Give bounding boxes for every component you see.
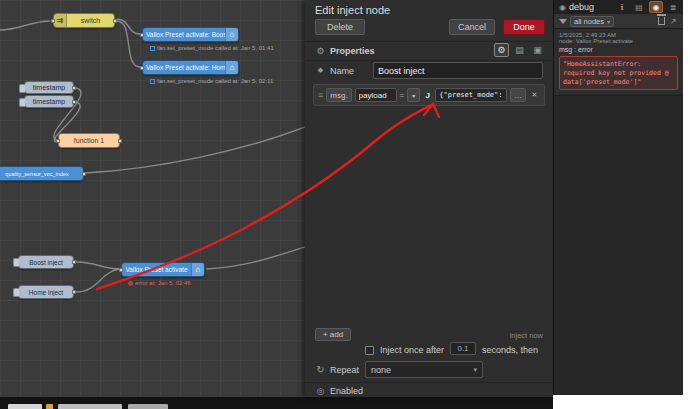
node-port bbox=[118, 139, 122, 143]
info-tab-icon[interactable]: ℹ bbox=[615, 1, 629, 13]
home-assistant-icon: ⌂ bbox=[225, 28, 238, 41]
inject-delay-input[interactable] bbox=[450, 342, 476, 355]
done-button[interactable]: Done bbox=[503, 19, 545, 35]
name-label: Name bbox=[330, 66, 354, 76]
properties-tab-icon[interactable]: ⚙ bbox=[494, 43, 509, 57]
status-dot-icon bbox=[150, 46, 155, 51]
debug-sidebar: ◉ debug ℹ ▤ ◉ ≣ all nodes ▾ ↗ 1/5/2025, … bbox=[553, 0, 683, 395]
cutoff-text-fragment bbox=[46, 404, 53, 409]
cutoff-text-fragment bbox=[8, 404, 42, 409]
panel-title: Edit inject node bbox=[315, 4, 390, 16]
node-preset-activate[interactable]: Vallox Preset activate ⌂ bbox=[121, 262, 205, 277]
debug-filter-bar: all nodes ▾ ↗ bbox=[554, 14, 683, 29]
node-filter-dropdown[interactable]: all nodes ▾ bbox=[570, 16, 614, 27]
bug-icon: ◉ bbox=[559, 1, 566, 13]
debug-message[interactable]: 1/5/2025, 2:49:23 AM node: Vallox Preset… bbox=[554, 29, 683, 96]
msg-payload-row[interactable]: ≡ msg. = ▾ J … ✕ bbox=[313, 84, 545, 106]
repeat-icon: ↻ bbox=[313, 362, 328, 376]
switch-icon: ⇉ bbox=[54, 14, 67, 27]
inject-button[interactable] bbox=[13, 288, 19, 297]
node-port bbox=[51, 19, 55, 23]
chevron-down-icon: ▾ bbox=[473, 366, 477, 374]
flow-canvas[interactable]: ⇉ switch Vallox Preset activate: Boost ⌂… bbox=[0, 0, 305, 397]
node-port bbox=[72, 86, 76, 90]
inject-button[interactable] bbox=[13, 258, 19, 267]
cutoff-text-fragment bbox=[128, 404, 168, 409]
wire bbox=[117, 21, 140, 67]
error-dot-icon bbox=[128, 281, 133, 286]
drag-handle-icon[interactable]: ≡ bbox=[318, 90, 323, 100]
page-background bbox=[553, 395, 690, 409]
equals-sign: = bbox=[400, 91, 405, 100]
jsonata-type-icon[interactable]: J bbox=[423, 88, 432, 102]
help-tab-icon[interactable]: ▤ bbox=[632, 1, 646, 13]
wire bbox=[206, 247, 305, 269]
name-input[interactable] bbox=[373, 62, 543, 79]
wire bbox=[0, 21, 50, 30]
edit-inject-node-panel: Edit inject node Delete Cancel Done ⚙ Pr… bbox=[305, 0, 553, 397]
node-port bbox=[119, 268, 123, 272]
open-window-icon[interactable]: ↗ bbox=[668, 15, 678, 27]
add-property-button[interactable]: + add bbox=[315, 328, 351, 341]
chevron-down-icon: ▾ bbox=[607, 18, 610, 25]
cut-off-caption-strip bbox=[0, 397, 553, 409]
repeat-selected-value: none bbox=[371, 365, 391, 375]
inject-now-label[interactable]: inject now bbox=[510, 331, 543, 340]
node-boost-inject[interactable]: Boost inject bbox=[18, 255, 74, 269]
node-home-inject[interactable]: Home inject bbox=[18, 285, 74, 299]
type-dropdown-caret[interactable]: ▾ bbox=[407, 88, 420, 102]
payload-value-input[interactable] bbox=[435, 88, 507, 102]
node-port bbox=[82, 172, 86, 176]
msg-prefix[interactable]: msg. bbox=[326, 88, 351, 102]
cancel-button[interactable]: Cancel bbox=[449, 19, 495, 35]
delete-button[interactable]: Delete bbox=[315, 19, 365, 35]
tag-icon: ◆ bbox=[313, 63, 328, 77]
sidebar-title: debug bbox=[569, 2, 594, 12]
node-port bbox=[113, 19, 117, 23]
node-error-status: error at: Jan 5, 02:46 bbox=[128, 280, 191, 286]
remove-row-icon[interactable]: ✕ bbox=[529, 88, 540, 102]
node-port bbox=[140, 33, 144, 37]
cutoff-text-fragment bbox=[58, 404, 122, 409]
debug-tab-icon[interactable]: ◉ bbox=[649, 1, 663, 13]
wire bbox=[76, 262, 120, 269]
wire bbox=[76, 269, 120, 292]
repeat-select[interactable]: none ▾ bbox=[365, 361, 483, 378]
node-quality-sensor[interactable]: quality_sensor_voc_index bbox=[0, 166, 84, 181]
node-timestamp-2[interactable]: timestamp bbox=[24, 95, 74, 108]
node-status: fan.set_preset_mode called at: Jan 5, 02… bbox=[150, 78, 273, 84]
node-switch[interactable]: ⇉ switch bbox=[53, 13, 115, 28]
node-preset-home[interactable]: Vallox Preset activate: Home ⌂ bbox=[142, 60, 239, 75]
appearance-tab-icon[interactable]: ▣ bbox=[530, 43, 545, 57]
node-port bbox=[140, 66, 144, 70]
node-port bbox=[72, 260, 76, 264]
inject-button[interactable] bbox=[19, 84, 25, 93]
node-red-screenshot: ⇉ switch Vallox Preset activate: Boost ⌂… bbox=[0, 0, 690, 409]
inject-once-suffix: seconds, then bbox=[482, 345, 538, 355]
node-function-1[interactable]: function 1 bbox=[58, 133, 120, 148]
home-assistant-icon: ⌂ bbox=[225, 61, 238, 74]
enabled-toggle-icon[interactable]: ◎ bbox=[313, 384, 328, 398]
home-assistant-icon: ⌂ bbox=[191, 263, 204, 276]
inject-once-label: Inject once after bbox=[380, 345, 444, 355]
debug-error-text: "HomeAssistantError: required key not pr… bbox=[559, 56, 678, 90]
gear-icon: ⚙ bbox=[313, 44, 328, 58]
filter-funnel-icon bbox=[559, 19, 567, 24]
node-status: fan.set_preset_mode called at: Jan 5, 01… bbox=[150, 45, 274, 51]
inject-once-checkbox[interactable] bbox=[365, 346, 374, 355]
node-timestamp-1[interactable]: timestamp bbox=[24, 81, 74, 94]
config-tab-icon[interactable]: ≣ bbox=[666, 1, 680, 13]
repeat-label: Repeat bbox=[330, 365, 359, 375]
properties-tab[interactable]: Properties bbox=[330, 46, 375, 56]
description-tab-icon[interactable]: ▤ bbox=[512, 43, 527, 57]
expand-editor-button[interactable]: … bbox=[510, 88, 526, 102]
node-preset-boost[interactable]: Vallox Preset activate: Boost ⌂ bbox=[142, 27, 239, 42]
enabled-label[interactable]: Enabled bbox=[330, 386, 363, 396]
clear-messages-icon[interactable] bbox=[658, 17, 665, 25]
debug-source-node: node: Vallox Preset activate bbox=[559, 38, 633, 44]
inject-button[interactable] bbox=[19, 98, 25, 107]
payload-property-input[interactable] bbox=[355, 88, 397, 102]
node-port bbox=[72, 100, 76, 104]
debug-msg-path[interactable]: msg : error bbox=[559, 46, 678, 53]
status-dot-icon bbox=[150, 79, 155, 84]
